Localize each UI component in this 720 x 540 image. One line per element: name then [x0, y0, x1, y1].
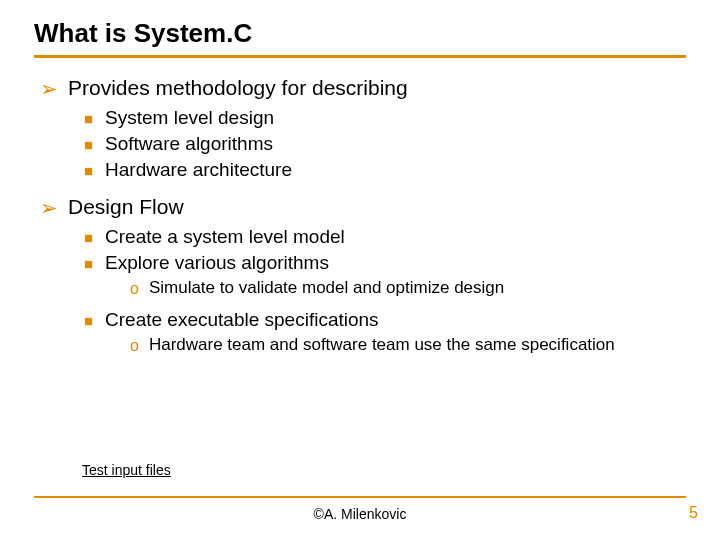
- square-bullet-icon: ■: [84, 133, 93, 157]
- square-bullet-icon: ■: [84, 226, 93, 250]
- footer-divider: [34, 496, 686, 498]
- slide-title: What is System.C: [34, 18, 686, 49]
- circle-bullet-icon: o: [130, 278, 139, 300]
- bullet-lvl1: ➢ Provides methodology for describing: [40, 76, 686, 101]
- bullet-lvl2: ■ System level design: [84, 107, 686, 131]
- circle-bullet-icon: o: [130, 335, 139, 357]
- page-number: 5: [689, 504, 698, 522]
- bullet-lvl2: ■ Create a system level model: [84, 226, 686, 250]
- square-bullet-icon: ■: [84, 309, 93, 333]
- bullet-text: Hardware team and software team use the …: [149, 335, 615, 355]
- square-bullet-icon: ■: [84, 107, 93, 131]
- bullet-lvl2: ■ Hardware architecture: [84, 159, 686, 183]
- bullet-text: Provides methodology for describing: [68, 76, 408, 100]
- bullet-text: Create executable specifications: [105, 309, 379, 331]
- bullet-lvl2: ■ Explore various algorithms: [84, 252, 686, 276]
- chevron-right-icon: ➢: [40, 195, 58, 220]
- title-divider: [34, 55, 686, 58]
- square-bullet-icon: ■: [84, 159, 93, 183]
- square-bullet-icon: ■: [84, 252, 93, 276]
- bullet-lvl2: ■ Software algorithms: [84, 133, 686, 157]
- bullet-lvl3: o Simulate to validate model and optimiz…: [130, 278, 686, 300]
- bullet-lvl1: ➢ Design Flow: [40, 195, 686, 220]
- footer-link[interactable]: Test input files: [82, 462, 171, 478]
- bullet-text: Design Flow: [68, 195, 184, 219]
- slide: What is System.C ➢ Provides methodology …: [0, 0, 720, 540]
- bullet-text: Software algorithms: [105, 133, 273, 155]
- bullet-lvl2: ■ Create executable specifications: [84, 309, 686, 333]
- bullet-lvl3: o Hardware team and software team use th…: [130, 335, 686, 357]
- bullet-text: Explore various algorithms: [105, 252, 329, 274]
- bullet-text: System level design: [105, 107, 274, 129]
- bullet-text: Hardware architecture: [105, 159, 292, 181]
- footer-author: ©A. Milenkovic: [0, 506, 720, 522]
- bullet-text: Create a system level model: [105, 226, 345, 248]
- chevron-right-icon: ➢: [40, 76, 58, 101]
- bullet-text: Simulate to validate model and optimize …: [149, 278, 504, 298]
